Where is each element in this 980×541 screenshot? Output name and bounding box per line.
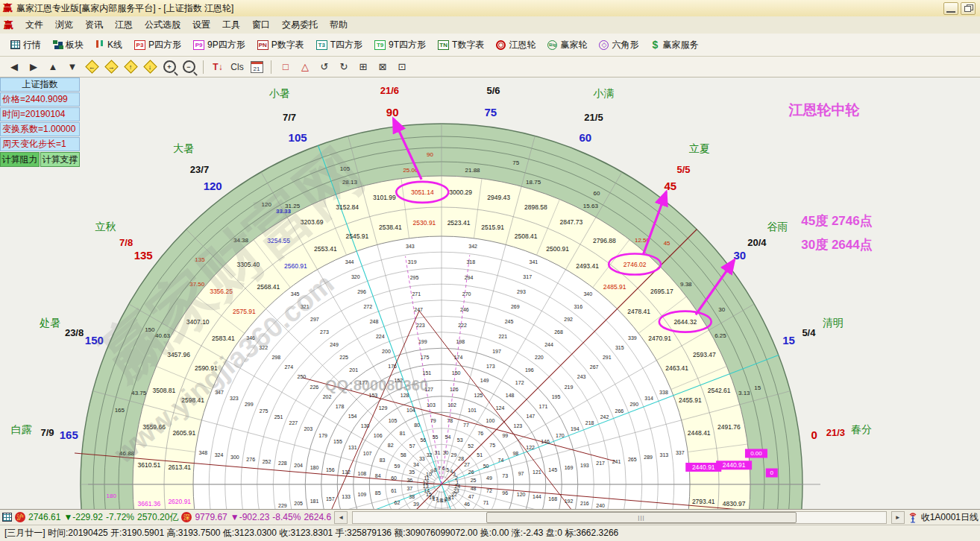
- svg-text:124: 124: [496, 405, 505, 411]
- menu-item-3[interactable]: 资讯: [79, 17, 109, 33]
- grid-icon: [10, 40, 20, 49]
- menu-item-5[interactable]: 公式选股: [139, 17, 186, 33]
- svg-text:317: 317: [523, 274, 532, 279]
- svg-text:244: 244: [544, 342, 553, 347]
- zoom-out-button[interactable]: −: [180, 59, 197, 75]
- toolbar-T数字表[interactable]: TNT数字表: [432, 36, 490, 54]
- toolbar-赢家服务[interactable]: $赢家服务: [644, 36, 704, 54]
- svg-text:121: 121: [533, 469, 541, 475]
- svg-text:120: 120: [204, 180, 222, 192]
- svg-text:33: 33: [419, 456, 425, 461]
- menu-item-1[interactable]: 文件: [19, 17, 49, 33]
- svg-text:2478.41: 2478.41: [627, 308, 650, 315]
- toolbar-行情[interactable]: 行情: [4, 36, 47, 54]
- svg-text:120: 120: [517, 492, 526, 497]
- svg-text:269: 269: [511, 304, 520, 309]
- pan-left-icon: ←: [85, 60, 98, 73]
- index-info-panel: 上证指数 价格=2440.9099 时间=20190104 变换系数=1.000…: [0, 77, 80, 167]
- t-down-button[interactable]: T↓: [210, 59, 226, 75]
- svg-text:2463.41: 2463.41: [665, 364, 688, 372]
- toolbar-板块[interactable]: 板块: [47, 36, 89, 54]
- svg-text:272: 272: [363, 304, 372, 309]
- svg-text:7/7: 7/7: [283, 112, 296, 123]
- menu-item-10[interactable]: 帮助: [324, 17, 354, 33]
- svg-text:2560.91: 2560.91: [284, 262, 307, 270]
- calc-support-button[interactable]: 计算支撑: [40, 152, 80, 167]
- pan-down-button[interactable]: ↓: [142, 59, 158, 75]
- nav-left-button[interactable]: ◀: [6, 59, 22, 75]
- svg-text:246: 246: [460, 307, 469, 312]
- menu-item-9[interactable]: 交易委托: [276, 17, 324, 33]
- svg-text:99: 99: [502, 433, 508, 438]
- svg-text:2898.58: 2898.58: [524, 203, 547, 211]
- cls-button[interactable]: Cls: [229, 59, 245, 75]
- minimize-button[interactable]: [943, 2, 958, 15]
- svg-text:3051.14: 3051.14: [411, 189, 434, 196]
- sz-index: 9779.67: [195, 512, 227, 522]
- svg-text:125: 125: [474, 393, 483, 398]
- candlestick-icon: [95, 40, 104, 50]
- toolbar-9T四方形[interactable]: T99T四方形: [368, 36, 432, 54]
- svg-text:58: 58: [401, 452, 406, 458]
- calendar-button[interactable]: 21: [248, 59, 265, 75]
- toolbar-T四方形[interactable]: T3T四方形: [310, 36, 368, 54]
- nav-up-button[interactable]: ▲: [45, 59, 61, 75]
- horizontal-scrollbar[interactable]: |||: [352, 511, 887, 524]
- svg-text:97: 97: [518, 471, 524, 476]
- shenzhen-market-icon: 深: [181, 512, 192, 522]
- restore-button[interactable]: [961, 2, 976, 15]
- gann-wheel-chart[interactable]: 1234567891011121314151617181920212223242…: [0, 77, 980, 509]
- pan-left-button[interactable]: ←: [84, 59, 100, 75]
- svg-text:131: 131: [348, 445, 357, 450]
- rotate-cw-button[interactable]: ↻: [336, 59, 352, 75]
- pan-up-button[interactable]: ↑: [122, 59, 139, 75]
- svg-text:50: 50: [483, 464, 489, 469]
- nav-down-button[interactable]: ▼: [64, 59, 81, 75]
- expand-tool-button[interactable]: ⊞: [355, 59, 371, 75]
- scroll-right-button[interactable]: ►: [891, 511, 905, 524]
- menu-item-2[interactable]: 浏览: [49, 17, 79, 33]
- toolbar-赢家轮[interactable]: Big赢家轮: [541, 36, 593, 54]
- svg-text:6: 6: [442, 466, 445, 471]
- calc-resistance-button[interactable]: 计算阻力: [0, 152, 40, 167]
- quote-grid-icon[interactable]: [2, 513, 12, 522]
- arrow-glyph: ↓: [148, 63, 152, 71]
- toolbar-六角形[interactable]: ◇六角形: [593, 36, 644, 54]
- svg-text:204: 204: [294, 463, 303, 468]
- rotate-ccw-button[interactable]: ↺: [316, 59, 333, 75]
- triangle-tool-button[interactable]: △: [297, 59, 313, 75]
- svg-text:30: 30: [734, 249, 747, 262]
- pan-right-button[interactable]: →: [103, 59, 119, 75]
- menu-bar: 赢 文件浏览资讯江恩公式选股设置工具窗口交易委托帮助: [0, 16, 980, 34]
- nav-right-button[interactable]: ▶: [25, 59, 42, 75]
- svg-text:28: 28: [458, 456, 464, 461]
- scrollbar-thumb[interactable]: |||: [486, 512, 797, 523]
- svg-text:小满: 小满: [593, 87, 614, 99]
- svg-text:194: 194: [571, 426, 579, 431]
- svg-text:21/5: 21/5: [584, 112, 603, 123]
- menu-item-8[interactable]: 窗口: [246, 17, 276, 33]
- svg-text:248: 248: [370, 319, 379, 324]
- toolbar-P四方形[interactable]: P3P四方形: [128, 36, 187, 54]
- toolbar-9P四方形[interactable]: P99P四方形: [187, 36, 251, 54]
- svg-text:339: 339: [628, 335, 637, 341]
- menu-item-6[interactable]: 设置: [186, 17, 216, 33]
- svg-text:83: 83: [380, 458, 386, 463]
- scroll-left-button[interactable]: ◄: [334, 511, 348, 524]
- zoom-in-button[interactable]: +: [161, 59, 178, 75]
- toolbar-K线[interactable]: K线: [89, 36, 128, 54]
- main-toolbar: 行情板块K线P3P四方形P99P四方形PNP数字表T3T四方形T99T四方形TN…: [0, 34, 980, 57]
- collapse-tool-button[interactable]: ⊠: [374, 59, 391, 75]
- toolbar-P数字表[interactable]: PNP数字表: [251, 36, 310, 54]
- svg-text:344: 344: [345, 259, 354, 265]
- svg-text:2493.41: 2493.41: [576, 262, 599, 270]
- toolbar-江恩轮[interactable]: 江恩轮: [490, 36, 541, 54]
- present-tool-button[interactable]: ⊡: [394, 59, 410, 75]
- rect-tool-button[interactable]: □: [277, 59, 294, 75]
- menu-item-4[interactable]: 江恩: [109, 17, 139, 33]
- arrow-glyph: ↑: [129, 63, 133, 71]
- toolbar-label: K线: [107, 39, 122, 51]
- menu-item-7[interactable]: 工具: [216, 17, 246, 33]
- svg-text:157: 157: [326, 496, 335, 502]
- svg-text:250: 250: [298, 374, 307, 379]
